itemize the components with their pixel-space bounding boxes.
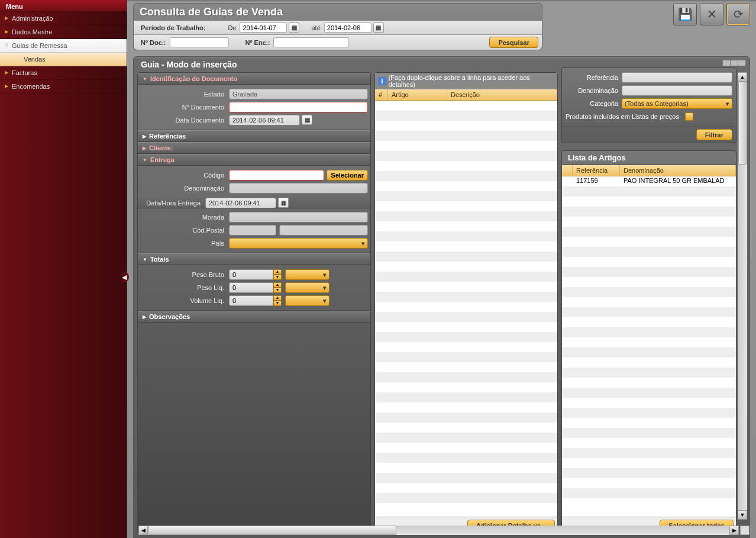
pesoliq-spinner[interactable]: ▲▼	[229, 282, 282, 293]
ndocumento-input[interactable]	[229, 102, 368, 112]
date-to-input[interactable]	[324, 22, 371, 33]
spin-down-icon[interactable]: ▼	[273, 288, 282, 293]
table-row[interactable]	[562, 227, 736, 237]
table-row[interactable]	[375, 101, 557, 111]
col-artigo[interactable]: Artigo	[388, 89, 447, 100]
sidebar-item-guias-remessa[interactable]: ▽Guias de Remessa	[0, 39, 127, 53]
table-row[interactable]	[375, 312, 557, 322]
table-row[interactable]	[375, 322, 557, 332]
scroll-thumb[interactable]	[148, 526, 396, 535]
datadoc-input[interactable]	[229, 115, 300, 125]
col-denom[interactable]: Denominação	[620, 165, 736, 176]
table-row[interactable]	[562, 257, 736, 267]
search-button[interactable]: Pesquisar	[489, 37, 538, 48]
table-row[interactable]	[562, 368, 736, 378]
pesobruto-unit-select[interactable]: ▾	[285, 269, 329, 280]
section-totais[interactable]: ▼Totais	[138, 253, 370, 265]
table-row[interactable]	[375, 473, 557, 483]
filter-denom-input[interactable]	[622, 85, 732, 96]
table-row[interactable]	[375, 413, 557, 423]
table-row[interactable]	[375, 191, 557, 201]
section-cliente[interactable]: ▶Cliente:	[138, 142, 370, 154]
pesobruto-spinner[interactable]: ▲▼	[229, 269, 282, 280]
table-row[interactable]	[562, 297, 736, 307]
sidebar-item-facturas[interactable]: ▶Facturas	[0, 66, 127, 80]
refresh-icon[interactable]: ⟳	[726, 3, 750, 25]
table-row[interactable]	[375, 231, 557, 241]
table-row[interactable]	[375, 111, 557, 121]
table-row[interactable]	[375, 252, 557, 262]
table-row[interactable]	[562, 186, 736, 196]
table-row[interactable]	[562, 357, 736, 368]
panel-max-icon[interactable]	[738, 60, 746, 66]
pesoliq-unit-select[interactable]: ▾	[285, 282, 329, 293]
table-row[interactable]	[562, 378, 736, 388]
table-row[interactable]	[562, 277, 736, 287]
table-row[interactable]	[375, 292, 557, 302]
table-row[interactable]	[562, 438, 736, 448]
calendar-icon[interactable]: ▦	[373, 22, 384, 33]
table-row[interactable]	[375, 151, 557, 161]
panel-min-icon[interactable]	[722, 60, 731, 66]
spin-up-icon[interactable]: ▲	[273, 269, 282, 275]
table-row[interactable]	[375, 443, 557, 453]
table-row[interactable]	[375, 352, 557, 362]
section-observacoes[interactable]: ▶Observações	[138, 311, 370, 323]
spin-up-icon[interactable]: ▲	[273, 295, 282, 301]
table-row[interactable]	[562, 287, 736, 297]
scroll-up-icon[interactable]: ▲	[738, 72, 747, 82]
table-row[interactable]	[562, 428, 736, 438]
filter-button[interactable]: Filtrar	[696, 129, 732, 140]
table-row[interactable]	[375, 262, 557, 272]
table-row[interactable]	[375, 342, 557, 352]
spin-down-icon[interactable]: ▼	[273, 275, 282, 280]
table-row[interactable]	[562, 478, 736, 488]
export-excel-icon[interactable]: ✕	[700, 3, 723, 25]
panel-restore-icon[interactable]	[730, 60, 738, 66]
table-row[interactable]	[562, 458, 736, 468]
table-row[interactable]	[562, 317, 736, 327]
calendar-icon[interactable]: ▦	[302, 115, 312, 125]
sidebar-item-vendas[interactable]: Vendas	[0, 53, 127, 66]
list-rows[interactable]: 117159PAO INTEGRAL 50 GR EMBALAD	[562, 176, 736, 517]
section-ident[interactable]: ▼Identificação do Documento	[138, 73, 370, 85]
table-row[interactable]	[562, 267, 736, 277]
save-icon[interactable]: 💾	[673, 3, 697, 25]
table-row[interactable]	[375, 332, 557, 342]
right-scrollbar[interactable]: ▲ ▼	[738, 72, 747, 520]
col-num[interactable]: #	[375, 89, 388, 100]
volumeliq-unit-select[interactable]: ▾	[285, 295, 329, 306]
table-row[interactable]	[562, 196, 736, 207]
table-row[interactable]	[562, 488, 736, 498]
table-row[interactable]	[562, 418, 736, 428]
volumeliq-input[interactable]	[229, 295, 273, 306]
horizontal-scrollbar[interactable]: ◀ ▶	[138, 526, 739, 535]
scroll-left-icon[interactable]: ◀	[138, 526, 148, 535]
spin-up-icon[interactable]: ▲	[273, 282, 282, 288]
filter-cat-select[interactable]: (Todas as Categorias)▾	[622, 98, 732, 109]
table-row[interactable]	[375, 121, 557, 131]
table-row[interactable]	[562, 347, 736, 357]
table-row[interactable]	[562, 307, 736, 317]
table-row[interactable]	[375, 161, 557, 171]
volumeliq-spinner[interactable]: ▲▼	[229, 295, 282, 306]
table-row[interactable]	[562, 448, 736, 458]
col-ref[interactable]: Referência	[573, 165, 620, 176]
table-row[interactable]	[375, 453, 557, 463]
datahora-input[interactable]	[205, 198, 276, 208]
table-row[interactable]	[375, 463, 557, 473]
ndoc-input[interactable]	[170, 37, 229, 47]
table-row[interactable]	[375, 493, 557, 503]
pricelist-checkbox[interactable]	[685, 112, 693, 121]
pesobruto-input[interactable]	[229, 269, 273, 280]
codigo-input[interactable]	[229, 170, 324, 181]
table-row[interactable]	[562, 388, 736, 398]
detail-rows[interactable]	[375, 101, 557, 517]
table-row[interactable]	[375, 181, 557, 191]
table-row[interactable]	[375, 402, 557, 413]
table-row[interactable]	[562, 337, 736, 347]
sidebar-item-encomendas[interactable]: ▶Encomendas	[0, 80, 127, 94]
section-referencias[interactable]: ▶Referências	[138, 130, 370, 142]
table-row[interactable]	[375, 171, 557, 181]
pesoliq-input[interactable]	[229, 282, 273, 293]
